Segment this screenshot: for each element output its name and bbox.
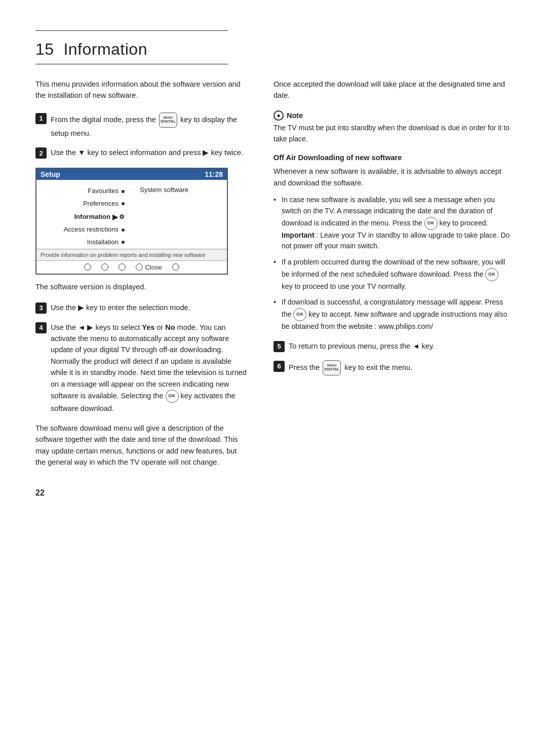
main-content: This menu provides information about the… xyxy=(35,79,512,498)
menu-item-preferences: Preferences xyxy=(42,198,133,210)
note-title: ● Note xyxy=(274,110,512,121)
menu-item-favourites: Favourites xyxy=(42,185,133,198)
circle-btn-3 xyxy=(119,263,126,271)
setup-body: Favourites Preferences Information ▶ ⚙ A… xyxy=(36,180,227,248)
step-num-6: 6 xyxy=(274,361,285,372)
step-4-content: Use the ◄ ▶ keys to select Yes or No mod… xyxy=(51,322,248,414)
step-6-text-before: Press the xyxy=(289,363,322,371)
arrow-right-icon: ▶ xyxy=(112,210,118,224)
off-air-intro: Whenever a new software is available, it… xyxy=(274,166,512,188)
circle-btn-5 xyxy=(172,263,179,271)
close-label: Close xyxy=(145,263,162,271)
step-num-1: 1 xyxy=(35,113,47,124)
note-text: The TV must be put into standby when the… xyxy=(274,123,512,144)
menu-item-information: Information ▶ ⚙ xyxy=(42,210,133,224)
step-6-content: Press the MENU DIGITAL key to exit the m… xyxy=(289,360,512,375)
ok-button-b2[interactable]: OK xyxy=(485,268,498,281)
off-air-heading: Off Air Downloading of new software xyxy=(274,154,512,162)
software-version-text: The software version is displayed. xyxy=(35,282,248,293)
once-text: Once accepted the download will take pla… xyxy=(274,79,512,101)
bottom-rule xyxy=(35,64,228,64)
setup-header: Setup 11:28 xyxy=(36,169,227,180)
note-box: ● Note The TV must be put into standby w… xyxy=(274,110,512,144)
step-3: 3 Use the ▶ key to enter the selection m… xyxy=(35,302,248,314)
step-4: 4 Use the ◄ ▶ keys to select Yes or No m… xyxy=(35,322,248,414)
info-sub-icon: ⚙ xyxy=(119,211,125,223)
circle-btn-1 xyxy=(84,263,91,271)
bullet-2: If a problem occurred during the downloa… xyxy=(274,257,512,292)
step-3-content: Use the ▶ key to enter the selection mod… xyxy=(51,302,248,313)
setup-right-panel: System software xyxy=(133,185,188,248)
close-btn-group: Close xyxy=(136,263,162,271)
step-2: 2 Use the ▼ key to select information an… xyxy=(35,147,248,159)
left-column: This menu provides information about the… xyxy=(35,79,248,498)
bullet-list: In case new software is available, you w… xyxy=(274,195,512,332)
note-heading: Note xyxy=(287,111,303,120)
digital-button-6[interactable]: MENU DIGITAL xyxy=(323,360,341,375)
ok-button-step4[interactable]: OK xyxy=(166,390,179,403)
step-num-3: 3 xyxy=(35,303,47,314)
step-5-content: To return to previous menu, press the ◄ … xyxy=(289,341,512,352)
step-4-text-start: Use the ◄ ▶ keys to select Yes or No mod… xyxy=(51,323,247,400)
step-1-text-before: From the digital mode, press the xyxy=(51,116,156,124)
setup-header-right: 11:28 xyxy=(205,170,223,178)
right-column: Once accepted the download will take pla… xyxy=(274,79,512,498)
circle-btn-close xyxy=(136,263,143,271)
system-software-label: System software xyxy=(140,186,188,194)
download-desc: The software download menu will give a d… xyxy=(35,423,248,468)
ok-button-b1[interactable]: OK xyxy=(424,217,438,230)
step-2-content: Use the ▼ key to select information and … xyxy=(51,147,248,158)
dot-installation xyxy=(122,241,125,244)
digital-button-1[interactable]: MENU DIGITAL xyxy=(159,112,177,128)
top-rule xyxy=(35,30,228,31)
bullet-3: If download is successful, a congratulat… xyxy=(274,297,512,332)
bullet-1: In case new software is available, you w… xyxy=(274,195,512,252)
note-icon: ● xyxy=(274,110,284,121)
step-num-5: 5 xyxy=(274,341,285,352)
ok-button-b3[interactable]: OK xyxy=(293,308,306,321)
setup-bottom-bar: Close xyxy=(36,260,227,274)
step-1: 1 From the digital mode, press the MENU … xyxy=(35,112,248,139)
dot-preferences xyxy=(122,202,125,205)
step-6: 6 Press the MENU DIGITAL key to exit the… xyxy=(274,360,512,375)
setup-menu-items: Favourites Preferences Information ▶ ⚙ A… xyxy=(36,185,133,248)
menu-item-installation: Installation xyxy=(42,236,133,249)
dot-favourites xyxy=(122,190,125,193)
setup-header-left: Setup xyxy=(41,170,60,178)
step-6-text-after: key to exit the menu. xyxy=(344,363,412,371)
setup-footer: Provide information on problem reports a… xyxy=(36,249,227,260)
step-5: 5 To return to previous menu, press the … xyxy=(274,341,512,352)
setup-menu-box: Setup 11:28 Favourites Preferences Infor… xyxy=(35,168,228,274)
menu-item-access: Access restrictions xyxy=(42,223,133,236)
step-num-2: 2 xyxy=(35,147,47,159)
step-1-content: From the digital mode, press the MENU DI… xyxy=(51,112,248,139)
circle-btn-2 xyxy=(101,263,108,271)
intro-text: This menu provides information about the… xyxy=(35,79,248,101)
page-title: 15 Information xyxy=(35,40,512,59)
step-num-4: 4 xyxy=(35,322,47,333)
dot-access xyxy=(122,229,125,232)
page-number: 22 xyxy=(35,488,248,498)
